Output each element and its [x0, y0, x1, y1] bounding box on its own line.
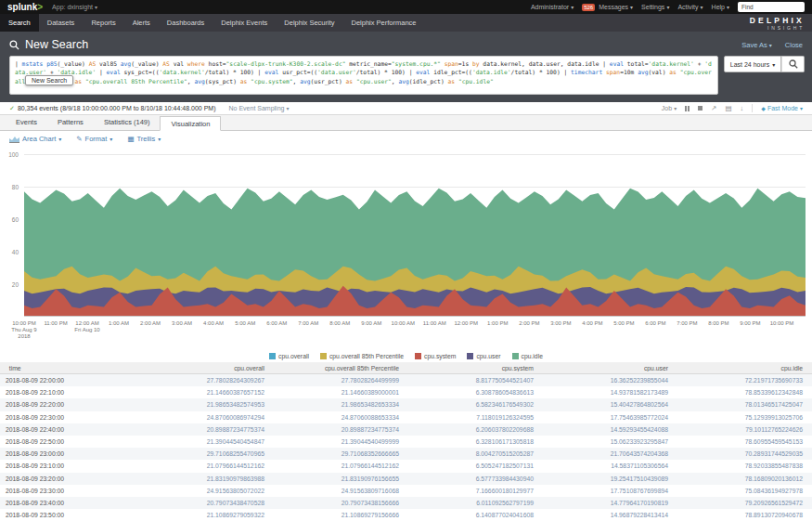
time-cell[interactable]: 2018-08-09 23:20:00 [0, 475, 139, 482]
value-cell[interactable]: 20.79073438470528 [139, 500, 274, 506]
value-cell[interactable]: 15.06233923295847 [543, 438, 677, 445]
value-cell[interactable]: 6.308786054836613 [408, 389, 543, 396]
job-menu[interactable]: Job [662, 105, 677, 111]
nav-item-delphix-events[interactable]: Delphix Events [213, 14, 276, 32]
value-cell[interactable]: 24.91563805072022 [139, 488, 274, 494]
column-header-cpu-overall[interactable]: cpu.overall [139, 365, 274, 371]
value-cell[interactable]: 78.16809020136012 [677, 475, 812, 482]
value-cell[interactable]: 14.96879228413414 [543, 512, 677, 518]
value-cell[interactable]: 70.28931744529035 [677, 450, 812, 457]
tab-statistics-149[interactable]: Statistics (149) [94, 115, 161, 130]
column-header-cpu-user[interactable]: cpu.user [543, 365, 677, 371]
time-cell[interactable]: 2018-08-09 23:30:00 [0, 488, 139, 494]
time-range-picker[interactable]: Last 24 hours [724, 56, 781, 72]
column-header-time[interactable]: _time [0, 365, 139, 371]
value-cell[interactable]: 20.79073438156666 [274, 500, 408, 506]
chart-type-menu[interactable]: Area Chart [9, 135, 61, 143]
value-cell[interactable]: 21.10869279156666 [274, 512, 408, 518]
share-button[interactable] [711, 104, 716, 112]
value-cell[interactable]: 21.83190979863988 [139, 475, 274, 482]
column-header-cpu-idle[interactable]: cpu.idle [677, 365, 812, 371]
value-cell[interactable]: 79.20926561529472 [677, 500, 812, 506]
value-cell[interactable]: 17.75108767699894 [543, 488, 677, 494]
table-row[interactable]: 2018-08-09 22:30:0024.8706008697429424.8… [0, 411, 812, 423]
save-as-menu[interactable]: Save As [741, 41, 772, 49]
value-cell[interactable]: 75.12939913025706 [677, 414, 812, 421]
search-mode-menu[interactable]: Fast Mode [761, 105, 803, 111]
value-cell[interactable]: 24.87060088653334 [274, 414, 408, 421]
time-cell[interactable]: 2018-08-09 23:40:00 [0, 500, 139, 506]
value-cell[interactable]: 21.39044540454847 [139, 438, 274, 445]
nav-item-alerts[interactable]: Alerts [124, 14, 159, 32]
value-cell[interactable]: 14.93781582173489 [543, 389, 677, 396]
time-cell[interactable]: 2018-08-09 22:00:00 [0, 377, 139, 384]
tab-visualization[interactable]: Visualization [160, 116, 221, 131]
messages-menu[interactable]: 526Messages [582, 4, 633, 11]
table-row[interactable]: 2018-08-09 22:50:0021.3904454045484721.3… [0, 436, 812, 448]
value-cell[interactable]: 19.25417510439089 [543, 475, 677, 482]
value-cell[interactable]: 29.71068352666665 [274, 450, 408, 457]
table-row[interactable]: 2018-08-09 22:00:0027.7802826430926727.7… [0, 374, 812, 386]
value-cell[interactable]: 78.89130720940678 [677, 512, 812, 518]
table-row[interactable]: 2018-08-09 22:10:0021.1466038765715221.1… [0, 386, 812, 398]
search-button[interactable] [781, 56, 805, 72]
legend-item-cpu-idle[interactable]: cpu.idle [512, 353, 543, 359]
time-cell[interactable]: 2018-08-09 23:10:00 [0, 462, 139, 469]
value-cell[interactable]: 21.98653482653334 [274, 401, 408, 408]
value-cell[interactable]: 79.10112765224626 [677, 426, 812, 433]
column-header-cpu-system[interactable]: cpu.system [408, 365, 543, 371]
tab-events[interactable]: Events [6, 115, 47, 130]
format-menu[interactable]: Format [76, 135, 112, 143]
close-button[interactable]: Close [785, 41, 803, 49]
column-header-cpu-overall-85th-percentile[interactable]: cpu.overall 85th Percentile [274, 365, 408, 371]
print-button[interactable] [725, 104, 731, 112]
app-menu[interactable]: App: dxinsight [52, 4, 97, 10]
value-cell[interactable]: 21.10869279059322 [139, 512, 274, 518]
event-sampling-menu[interactable]: No Event Sampling [229, 105, 290, 111]
value-cell[interactable]: 21.70643574204368 [543, 450, 677, 457]
value-cell[interactable]: 78.92033855487838 [677, 462, 812, 469]
table-row[interactable]: 2018-08-09 23:20:0021.8319097986398821.8… [0, 473, 812, 485]
nav-item-search[interactable]: Search [0, 14, 39, 32]
value-cell[interactable]: 15.40427864802564 [543, 401, 677, 408]
value-cell[interactable]: 16.36252239855044 [543, 377, 677, 384]
value-cell[interactable]: 17.75463985772024 [543, 414, 677, 421]
value-cell[interactable]: 20.89887234775374 [274, 426, 408, 433]
find-input[interactable]: Find [738, 2, 805, 12]
value-cell[interactable]: 24.87060086974294 [139, 414, 274, 421]
value-cell[interactable]: 78.60955459545153 [677, 438, 812, 445]
nav-item-delphix-security[interactable]: Delphix Security [276, 14, 342, 32]
value-cell[interactable]: 7.166600180129977 [408, 488, 543, 494]
value-cell[interactable]: 21.14660389000001 [274, 389, 408, 396]
value-cell[interactable]: 6.577733984430940 [408, 475, 543, 482]
value-cell[interactable]: 21.83190976156655 [274, 475, 408, 482]
value-cell[interactable]: 6.505247182507131 [408, 462, 543, 469]
time-cell[interactable]: 2018-08-09 22:10:00 [0, 389, 139, 396]
nav-item-reports[interactable]: Reports [83, 14, 123, 32]
tab-patterns[interactable]: Patterns [47, 115, 94, 130]
chart-plot-area[interactable] [24, 154, 806, 317]
value-cell[interactable]: 72.21971735690733 [677, 377, 812, 384]
value-cell[interactable]: 24.91563809716068 [274, 488, 408, 494]
table-row[interactable]: 2018-08-09 23:50:0021.1086927905932221.1… [0, 509, 812, 521]
value-cell[interactable]: 78.85339612342848 [677, 389, 812, 396]
value-cell[interactable]: 8.817750544521407 [408, 377, 543, 384]
nav-item-datasets[interactable]: Datasets [39, 14, 84, 32]
value-cell[interactable]: 20.89887234775374 [139, 426, 274, 433]
value-cell[interactable]: 14.77964170190819 [543, 500, 677, 506]
value-cell[interactable]: 14.58371105306564 [543, 462, 677, 469]
time-cell[interactable]: 2018-08-09 22:40:00 [0, 426, 139, 433]
time-cell[interactable]: 2018-08-09 22:20:00 [0, 401, 139, 408]
value-cell[interactable]: 27.78028264309267 [139, 377, 274, 384]
trellis-menu[interactable]: Trellis [127, 135, 161, 143]
legend-item-cpu-overall-85th-percentile[interactable]: cpu.overall 85th Percentile [320, 353, 404, 359]
table-row[interactable]: 2018-08-09 23:00:0029.7106825547096529.7… [0, 448, 812, 460]
value-cell[interactable]: 6.206037802209688 [408, 426, 543, 433]
pause-button[interactable] [685, 106, 690, 111]
administrator-menu[interactable]: Administrator [531, 4, 574, 10]
value-cell[interactable]: 6.140877024041608 [408, 512, 543, 518]
value-cell[interactable]: 6.011092562797199 [408, 500, 543, 506]
legend-item-cpu-system[interactable]: cpu.system [415, 353, 456, 359]
value-cell[interactable]: 21.98653482574953 [139, 401, 274, 408]
nav-item-dashboards[interactable]: Dashboards [159, 14, 213, 32]
